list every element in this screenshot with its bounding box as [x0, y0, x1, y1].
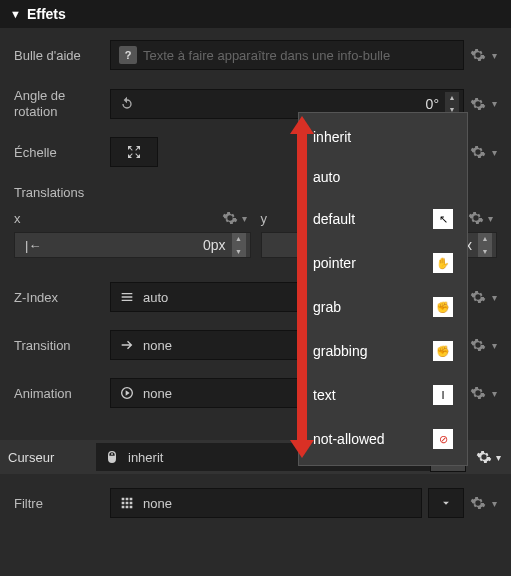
align-left-icon: |← — [25, 238, 41, 253]
rotation-value: 0° — [426, 96, 439, 112]
menu-item-not-allowed[interactable]: not-allowed⊘ — [299, 417, 467, 461]
filter-value: none — [143, 496, 172, 511]
gear-icon[interactable] — [470, 144, 486, 160]
animation-label: Animation — [14, 386, 102, 401]
zindex-label: Z-Index — [14, 290, 102, 305]
menu-item-pointer[interactable]: pointer✋ — [299, 241, 467, 285]
rotate-icon — [119, 96, 135, 112]
chevron-down-icon[interactable]: ▾ — [492, 292, 497, 303]
chevron-down-icon[interactable]: ▾ — [496, 452, 501, 463]
menu-item-default[interactable]: default↖ — [299, 197, 467, 241]
translation-x-stepper[interactable]: ▲▼ — [232, 233, 246, 257]
cursor-pointer-icon: ✋ — [433, 253, 453, 273]
animation-value: none — [143, 386, 172, 401]
gear-icon[interactable] — [470, 289, 486, 305]
gear-icon[interactable] — [468, 210, 484, 226]
layers-icon — [119, 289, 135, 305]
filter-label: Filtre — [14, 496, 102, 511]
chevron-down-icon[interactable]: ▾ — [492, 388, 497, 399]
help-icon: ? — [119, 46, 137, 64]
chevron-down-icon — [439, 496, 453, 510]
chevron-down-icon[interactable]: ▾ — [488, 213, 493, 224]
cursor-default-icon: ↖ — [433, 209, 453, 229]
translation-x-value: 0px — [203, 237, 226, 253]
cursor-not-allowed-icon: ⊘ — [433, 429, 453, 449]
mouse-icon — [104, 449, 120, 465]
gear-icon[interactable] — [470, 495, 486, 511]
gear-icon[interactable] — [222, 210, 238, 226]
cursor-value: inherit — [128, 450, 163, 465]
chevron-down-icon[interactable]: ▾ — [492, 50, 497, 61]
scale-button[interactable] — [110, 137, 158, 167]
gear-icon[interactable] — [476, 449, 492, 465]
expand-icon — [126, 144, 142, 160]
rotation-label: Angle de rotation — [14, 88, 102, 119]
cursor-dropdown-menu: inherit auto default↖ pointer✋ grab✊ gra… — [298, 112, 468, 466]
cursor-grabbing-icon: ✊ — [433, 341, 453, 361]
scale-label: Échelle — [14, 145, 102, 160]
transition-value: none — [143, 338, 172, 353]
translation-y-stepper[interactable]: ▲▼ — [478, 233, 492, 257]
arrow-right-icon — [119, 337, 135, 353]
play-circle-icon — [119, 385, 135, 401]
chevron-down-icon[interactable]: ▾ — [242, 213, 247, 224]
filter-dropdown-button[interactable] — [428, 488, 464, 518]
transition-label: Transition — [14, 338, 102, 353]
menu-item-grab[interactable]: grab✊ — [299, 285, 467, 329]
grid-icon — [119, 495, 135, 511]
chevron-down-icon[interactable]: ▾ — [492, 98, 497, 109]
zindex-value: auto — [143, 290, 168, 305]
menu-item-grabbing[interactable]: grabbing✊ — [299, 329, 467, 373]
menu-item-inherit[interactable]: inherit — [299, 117, 467, 157]
gear-icon[interactable] — [470, 96, 486, 112]
translation-y-label: y — [261, 211, 268, 226]
panel-title: Effets — [27, 6, 66, 22]
panel-header[interactable]: ▼ Effets — [0, 0, 511, 28]
translation-x-input[interactable]: |← 0px ▲▼ — [14, 232, 251, 258]
tooltip-label: Bulle d'aide — [14, 48, 102, 63]
gear-icon[interactable] — [470, 385, 486, 401]
tooltip-placeholder: Texte à faire apparaître dans une info-b… — [143, 48, 390, 63]
filter-select[interactable]: none — [110, 488, 422, 518]
translation-x-label: x — [14, 211, 21, 226]
chevron-down-icon[interactable]: ▾ — [492, 147, 497, 158]
gear-icon[interactable] — [470, 337, 486, 353]
tooltip-input[interactable]: ? Texte à faire apparaître dans une info… — [110, 40, 464, 70]
chevron-down-icon[interactable]: ▾ — [492, 340, 497, 351]
menu-item-auto[interactable]: auto — [299, 157, 467, 197]
gear-icon[interactable] — [470, 47, 486, 63]
collapse-caret-icon: ▼ — [10, 8, 21, 20]
cursor-text-icon: I — [433, 385, 453, 405]
menu-item-text[interactable]: textI — [299, 373, 467, 417]
chevron-down-icon[interactable]: ▾ — [492, 498, 497, 509]
cursor-grab-icon: ✊ — [433, 297, 453, 317]
cursor-label: Curseur — [8, 450, 96, 465]
